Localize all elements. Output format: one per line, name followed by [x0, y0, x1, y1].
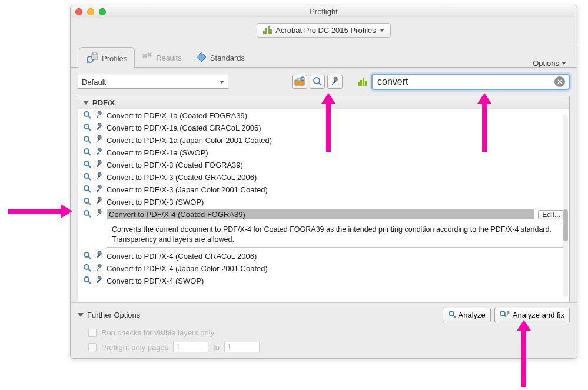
search-area: ✕	[358, 74, 570, 90]
titlebar: Preflight	[71, 5, 577, 18]
chevron-down-icon	[220, 81, 224, 84]
profile-row[interactable]: Convert to PDF/X-3 (Japan Color 2001 Coa…	[78, 184, 569, 196]
profile-row[interactable]: Convert to PDF/X-1a (Japan Color 2001 Co…	[78, 134, 569, 146]
magnifier-icon	[83, 172, 91, 182]
wrench-icon	[95, 148, 103, 158]
tab-profiles[interactable]: Profiles	[79, 47, 135, 68]
further-options-label: Further Options	[87, 311, 140, 319]
tools-cross-icon	[142, 52, 152, 64]
profile-row[interactable]: Convert to PDF/X-4 (Coated GRACoL 2006)	[78, 250, 569, 262]
search-input-wrap[interactable]: ✕	[371, 74, 570, 90]
svg-line-33	[88, 281, 91, 284]
toolbox-filter-button[interactable]	[292, 75, 307, 89]
svg-line-35	[453, 315, 456, 318]
magnifier-filter-button[interactable]	[310, 75, 325, 89]
profile-row[interactable]: Convert to PDF/X-4 (Japan Color 2001 Coa…	[78, 262, 569, 275]
svg-line-37	[504, 315, 506, 317]
svg-line-1	[87, 62, 88, 63]
chevron-down-icon	[562, 62, 566, 65]
analyze-and-fix-button[interactable]: Analyze and fix	[494, 308, 570, 322]
wrench-icon	[95, 111, 103, 121]
magnifier-icon	[83, 135, 91, 145]
svg-point-30	[84, 265, 89, 269]
options-label: Options	[533, 59, 559, 68]
profile-row[interactable]: Convert to PDF/X-3 (Coated FOGRA39)	[78, 159, 569, 171]
svg-point-14	[84, 136, 89, 141]
disclosure-triangle-icon	[83, 101, 89, 105]
profile-label: Convert to PDF/X-1a (SWOP)	[107, 148, 208, 157]
svg-line-19	[88, 165, 91, 168]
profile-row[interactable]: Convert to PDF/X-3 (Coated GRACoL 2006)	[78, 171, 569, 184]
magnifier-icon	[83, 123, 91, 133]
toolbox-icon	[294, 76, 305, 88]
window-title: Preflight	[71, 7, 577, 16]
profile-label: Convert to PDF/X-4 (Coated GRACoL 2006)	[107, 252, 257, 261]
tabstrip: Profiles Results Standards Options	[71, 44, 577, 68]
body-area: Default	[71, 68, 577, 302]
category-header[interactable]: PDF/X	[78, 96, 569, 109]
svg-point-28	[84, 252, 89, 257]
wrench-icon	[95, 185, 103, 195]
profile-row[interactable]: Convert to PDF/X-1a (SWOP)	[78, 146, 569, 159]
scrollbar-thumb[interactable]	[563, 209, 568, 241]
profile-label: Convert to PDF/X-3 (SWOP)	[107, 198, 204, 206]
svg-marker-4	[197, 52, 206, 62]
profile-label: Convert to PDF/X-1a (Coated FOGRA39)	[107, 111, 247, 120]
svg-line-25	[88, 202, 91, 205]
profile-label: Convert to PDF/X-4 (Coated FOGRA39)	[107, 209, 534, 219]
tab-results[interactable]: Results	[135, 47, 188, 68]
edit-button[interactable]: Edit...	[538, 210, 564, 219]
page-from-input	[173, 342, 208, 352]
magnifier-wrench-icon	[500, 310, 510, 320]
wrench-icon	[95, 135, 103, 145]
profile-row[interactable]: Convert to PDF/X-4 (SWOP)	[78, 275, 569, 287]
svg-line-13	[88, 128, 91, 131]
svg-point-22	[84, 186, 89, 191]
svg-line-23	[88, 190, 91, 192]
profile-row[interactable]: Convert to PDF/X-3 (SWOP)	[78, 196, 569, 208]
profile-row[interactable]: Convert to PDF/X-4 (Coated FOGRA39)Edit.…	[78, 208, 569, 221]
svg-point-18	[84, 161, 89, 166]
library-dropdown[interactable]: Default	[78, 75, 228, 89]
button-label: Analyze	[459, 311, 486, 319]
analyze-button[interactable]: Analyze	[443, 308, 491, 322]
profile-label: Convert to PDF/X-3 (Coated FOGRA39)	[107, 161, 243, 169]
wrench-icon	[95, 264, 103, 274]
svg-point-24	[84, 198, 89, 203]
bars-icon	[358, 78, 367, 86]
wrench-icon	[95, 251, 103, 261]
svg-point-26	[84, 211, 89, 215]
search-input[interactable]	[376, 76, 554, 88]
profile-row[interactable]: Convert to PDF/X-1a (Coated FOGRA39)	[78, 109, 569, 122]
tab-label: Results	[156, 54, 181, 62]
wrench-icon	[95, 276, 103, 286]
clear-search-icon[interactable]: ✕	[554, 76, 565, 87]
magnifier-icon	[83, 111, 91, 121]
dropdown-value: Default	[82, 78, 106, 86]
svg-point-8	[314, 78, 320, 84]
profile-selector-label: Acrobat Pro DC 2015 Profiles	[275, 26, 376, 35]
profile-selector[interactable]: Acrobat Pro DC 2015 Profiles	[257, 23, 391, 38]
page-to-input	[224, 342, 260, 352]
run-checks-checkbox	[88, 329, 97, 337]
svg-point-10	[84, 112, 89, 116]
tab-label: Standards	[210, 54, 245, 62]
page-to-label: to	[213, 343, 220, 352]
svg-line-17	[88, 153, 91, 155]
magnifier-icon	[83, 197, 91, 207]
wrench-filter-button[interactable]	[327, 75, 343, 89]
further-options-toggle[interactable]: Further Options	[78, 311, 140, 319]
profile-row[interactable]: Convert to PDF/X-1a (Coated GRACoL 2006)	[78, 122, 569, 134]
svg-line-11	[88, 116, 91, 118]
profile-label: Convert to PDF/X-1a (Japan Color 2001 Co…	[107, 136, 272, 145]
wrench-icon	[95, 172, 103, 182]
magnifier-icon	[313, 76, 322, 88]
tab-standards[interactable]: Standards	[189, 47, 252, 68]
scrollbar[interactable]	[563, 114, 568, 297]
svg-point-20	[84, 174, 89, 178]
options-menu[interactable]: Options	[533, 59, 569, 68]
magnifier-icon	[83, 209, 91, 219]
sub-options: Run checks for visible layers only Prefl…	[78, 328, 570, 352]
chevron-down-icon	[380, 29, 384, 32]
profile-label: Convert to PDF/X-4 (SWOP)	[107, 276, 204, 285]
